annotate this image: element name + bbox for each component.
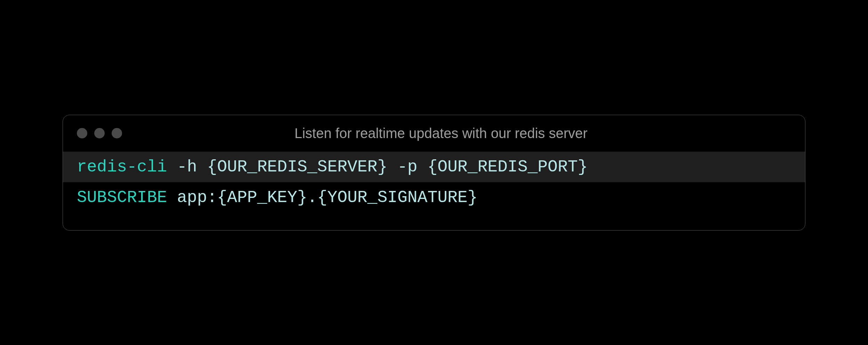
code-token-arg: -h {OUR_REDIS_SERVER} -p {OUR_REDIS_PORT… <box>167 158 588 176</box>
terminal-body[interactable]: redis-cli -h {OUR_REDIS_SERVER} -p {OUR_… <box>63 152 805 230</box>
close-icon[interactable] <box>77 128 87 138</box>
code-token-keyword: SUBSCRIBE <box>77 188 167 207</box>
terminal-window: Listen for realtime updates with our red… <box>63 115 805 231</box>
code-token-command: redis-cli <box>77 158 167 176</box>
terminal-title: Listen for realtime updates with our red… <box>91 126 791 141</box>
terminal-header: Listen for realtime updates with our red… <box>63 115 805 152</box>
code-line: SUBSCRIBE app:{APP_KEY}.{YOUR_SIGNATURE} <box>63 182 805 213</box>
code-token-arg: app:{APP_KEY}.{YOUR_SIGNATURE} <box>167 188 477 207</box>
code-line: redis-cli -h {OUR_REDIS_SERVER} -p {OUR_… <box>63 152 805 182</box>
